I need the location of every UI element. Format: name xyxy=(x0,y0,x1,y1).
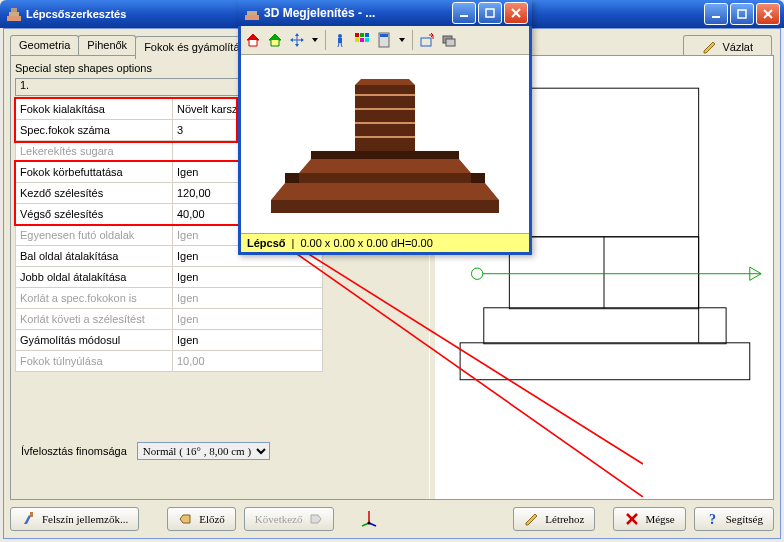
svg-rect-38 xyxy=(360,33,364,37)
axis-icon[interactable] xyxy=(360,509,378,529)
svg-rect-25 xyxy=(245,15,259,20)
svg-marker-52 xyxy=(299,173,471,183)
resolution-label: Ívfelosztás finomsága xyxy=(21,445,127,457)
preview-maximize-button[interactable] xyxy=(478,2,502,24)
svg-rect-34 xyxy=(338,38,342,43)
svg-rect-41 xyxy=(360,38,364,42)
close-button[interactable] xyxy=(756,3,780,25)
svg-point-21 xyxy=(368,522,371,525)
preview-toolbar xyxy=(241,26,529,55)
svg-rect-45 xyxy=(421,38,431,46)
table-row: Korlát követi a szélesítéstIgen xyxy=(16,309,323,330)
help-button[interactable]: ? Segítség xyxy=(694,507,774,531)
svg-marker-53 xyxy=(311,151,459,159)
cell-label[interactable]: Kezdő szélesítés xyxy=(16,183,173,204)
cell-value: 10,00 xyxy=(173,351,323,372)
minimize-button[interactable] xyxy=(704,3,728,25)
button-bar: Felszín jellemzők... Előző Következő Lét… xyxy=(10,506,774,532)
export-icon[interactable] xyxy=(419,32,435,48)
dropdown-icon[interactable] xyxy=(398,32,406,48)
svg-rect-12 xyxy=(509,88,698,237)
cell-label: Korlát követi a szélesítést xyxy=(16,309,173,330)
svg-marker-51 xyxy=(299,159,471,173)
surface-button[interactable]: Felszín jellemzők... xyxy=(10,507,139,531)
man-icon[interactable] xyxy=(332,32,348,48)
table-row: Fokok túlnyúlása10,00 xyxy=(16,351,323,372)
svg-text:?: ? xyxy=(709,512,716,527)
stairs-3d-icon xyxy=(241,55,529,233)
cell-label[interactable]: Bal oldal átalakítása xyxy=(16,246,173,267)
cell-value: Igen xyxy=(173,288,323,309)
cell-value: Igen xyxy=(173,309,323,330)
pencil-icon xyxy=(702,39,718,55)
svg-point-13 xyxy=(471,268,482,279)
svg-rect-47 xyxy=(446,39,455,46)
cell-label[interactable]: Jobb oldal átalakítása xyxy=(16,267,173,288)
table-row: Jobb oldal átalakításaIgen xyxy=(16,267,323,288)
svg-rect-28 xyxy=(486,9,494,17)
preview-window: 3D Megjelenítés - ... xyxy=(238,0,532,255)
x-icon xyxy=(624,511,640,527)
svg-marker-48 xyxy=(271,183,499,200)
house-green-icon[interactable] xyxy=(267,32,283,48)
svg-point-33 xyxy=(338,34,342,38)
brush-icon xyxy=(21,511,37,527)
preview-app-icon xyxy=(244,5,260,21)
cell-label[interactable]: Fokok körbefuttatása xyxy=(16,162,173,183)
separator xyxy=(412,30,413,50)
calculator-icon[interactable] xyxy=(376,32,392,48)
cell-label[interactable]: Fokok kialakítása xyxy=(16,99,173,120)
cell-value[interactable]: Igen xyxy=(173,330,323,351)
preview-minimize-button[interactable] xyxy=(452,2,476,24)
house-red-icon[interactable] xyxy=(245,32,261,48)
maximize-button[interactable] xyxy=(730,3,754,25)
svg-rect-40 xyxy=(355,38,359,42)
app-icon xyxy=(6,6,22,22)
hand-left-icon xyxy=(178,511,194,527)
cell-label: Fokok túlnyúlása xyxy=(16,351,173,372)
next-button: Következő xyxy=(244,507,335,531)
prev-button[interactable]: Előző xyxy=(167,507,236,531)
preview-canvas[interactable] xyxy=(241,55,529,233)
svg-marker-55 xyxy=(355,79,415,85)
preview-titlebar[interactable]: 3D Megjelenítés - ... xyxy=(238,0,532,26)
cell-label[interactable]: Végső szélesítés xyxy=(16,204,173,225)
svg-rect-17 xyxy=(30,512,33,517)
svg-rect-44 xyxy=(380,34,388,37)
pencil-icon xyxy=(524,511,540,527)
table-row: Korlát a spec.fokokon isIgen xyxy=(16,288,323,309)
svg-rect-37 xyxy=(355,33,359,37)
svg-rect-2 xyxy=(11,8,17,12)
svg-line-36 xyxy=(341,43,342,47)
create-button[interactable]: Létrehoz xyxy=(513,507,595,531)
table-row: Gyámolítás módosulIgen xyxy=(16,330,323,351)
svg-rect-26 xyxy=(247,11,257,15)
resolution-row: Ívfelosztás finomsága Normál ( 16° , 8,0… xyxy=(21,442,270,460)
resolution-select[interactable]: Normál ( 16° , 8,00 cm ) xyxy=(137,442,270,460)
status-label: Lépcső xyxy=(247,237,286,249)
svg-line-35 xyxy=(338,43,339,47)
palette-icon[interactable] xyxy=(354,32,370,48)
main-window: Lépcsőszerkesztés Geometria Pihenők Foko… xyxy=(0,0,784,542)
question-icon: ? xyxy=(705,511,721,527)
svg-marker-49 xyxy=(271,200,499,213)
dropdown-icon[interactable] xyxy=(311,32,319,48)
cell-label: Korlát a spec.fokokon is xyxy=(16,288,173,309)
svg-rect-4 xyxy=(738,10,746,18)
layers-icon[interactable] xyxy=(441,32,457,48)
svg-rect-7 xyxy=(460,343,750,380)
cell-value[interactable]: Igen xyxy=(173,267,323,288)
cell-label[interactable]: Gyámolítás módosul xyxy=(16,330,173,351)
separator xyxy=(325,30,326,50)
tab-fokok[interactable]: Fokok és gyámolítás xyxy=(135,36,254,59)
cancel-button[interactable]: Mégse xyxy=(613,507,685,531)
cell-label[interactable]: Spec.fokok száma xyxy=(16,120,173,141)
move-icon[interactable] xyxy=(289,32,305,48)
main-title: Lépcsőszerkesztés xyxy=(26,8,126,20)
svg-rect-1 xyxy=(9,12,19,16)
preview-close-button[interactable] xyxy=(504,2,528,24)
svg-rect-0 xyxy=(7,16,21,21)
preview-statusbar: Lépcső | 0.00 x 0.00 x 0.00 dH=0.00 xyxy=(241,233,529,252)
svg-rect-39 xyxy=(365,33,369,37)
preview-body: Lépcső | 0.00 x 0.00 x 0.00 dH=0.00 xyxy=(238,26,532,255)
